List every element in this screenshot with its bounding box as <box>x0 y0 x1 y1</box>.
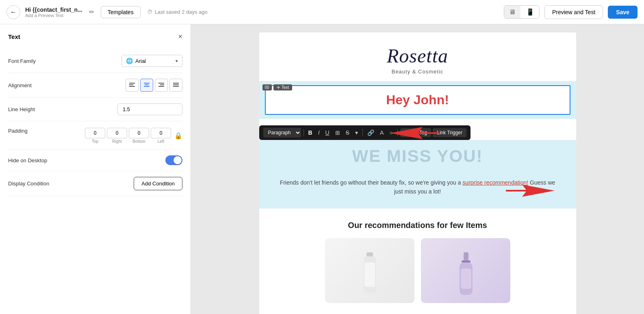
color-button[interactable]: A <box>378 128 386 137</box>
main-layout: Text × Font Family 🌐 Arial ▾ Alignment <box>0 24 644 314</box>
recommendations-title: Our recommendations for few Items <box>267 221 568 230</box>
toolbar-separator-2 <box>362 129 363 136</box>
padding-controls: Top Right Bottom Left 🔒 <box>85 128 182 144</box>
toggle-thumb <box>173 156 182 164</box>
body-text-part1: Friends don't let friends go without the… <box>280 179 463 186</box>
hide-desktop-row: Hide on Desktop <box>8 150 182 171</box>
svg-rect-13 <box>173 84 179 85</box>
padding-row: Padding Top Right Bottom <box>8 121 182 150</box>
top-bar: ← Hi {{contact_first_n... Add a Preview … <box>0 0 644 24</box>
email-canvas: Rosetta Beauty & Cosmetic 00 ✛ Text Hey … <box>259 32 576 314</box>
merge-tag-button[interactable]: Merge Tag <box>400 128 431 137</box>
email-header: Rosetta Beauty & Cosmetic <box>259 32 576 81</box>
save-status: ⏱ Last saved 2 days ago <box>147 9 208 15</box>
svg-rect-24 <box>461 269 471 289</box>
back-icon: ← <box>10 9 17 16</box>
svg-rect-1 <box>129 84 133 85</box>
padding-bottom-wrap: Bottom <box>129 128 149 144</box>
padding-right-input[interactable] <box>107 128 127 138</box>
strikethrough-chevron[interactable]: ▾ <box>353 128 360 137</box>
mobile-icon: 📱 <box>526 9 534 15</box>
back-button[interactable]: ← <box>7 5 20 19</box>
svg-rect-0 <box>129 83 135 84</box>
svg-rect-2 <box>129 86 135 87</box>
font-family-select[interactable]: 🌐 Arial ▾ <box>121 55 182 67</box>
mobile-view-button[interactable]: 📱 <box>521 6 539 18</box>
padding-top-label: Top <box>92 139 98 144</box>
svg-rect-4 <box>144 83 150 84</box>
desktop-view-button[interactable]: 🖥 <box>504 6 520 18</box>
svg-rect-6 <box>144 86 150 87</box>
close-panel-button[interactable]: × <box>178 32 182 41</box>
align-justify-button[interactable] <box>169 79 182 92</box>
padding-top-input[interactable] <box>85 128 105 138</box>
text-block-wrapper[interactable]: 00 ✛ Text Hey John! Paragraph <box>259 81 576 119</box>
lock-icon: 🔒 <box>174 132 182 139</box>
svg-rect-14 <box>173 86 179 87</box>
panel-title: Text <box>8 33 20 40</box>
padding-left-wrap: Left <box>151 128 171 144</box>
svg-rect-21 <box>464 252 468 260</box>
padding-lock-button[interactable]: 🔒 <box>174 132 182 140</box>
svg-rect-20 <box>364 262 375 287</box>
we-miss-you-text: WE MISS YOU! <box>267 146 568 166</box>
brand-tagline: Beauty & Cosmetic <box>267 69 568 75</box>
padding-left-input[interactable] <box>151 128 171 138</box>
hey-john-text: Hey John! <box>274 92 562 108</box>
hide-desktop-toggle[interactable] <box>165 155 182 165</box>
edit-title-button[interactable]: ✏ <box>87 6 96 17</box>
block-type-label: Text <box>282 85 289 90</box>
italic-button[interactable]: I <box>316 128 322 137</box>
format-toolbar: Paragraph B I U ⊞ S ▾ 🔗 A ○ Merge Tag Li… <box>259 125 471 140</box>
clock-icon: ⏱ <box>147 9 152 15</box>
panel-header: Text × <box>8 32 182 41</box>
padding-top-wrap: Top <box>85 128 105 144</box>
bold-button[interactable]: B <box>306 128 314 137</box>
svg-rect-10 <box>158 86 164 87</box>
padding-left-label: Left <box>158 139 165 144</box>
canvas-area: Rosetta Beauty & Cosmetic 00 ✛ Text Hey … <box>191 24 644 314</box>
save-status-text: Last saved 2 days ago <box>155 9 208 15</box>
text-content-box[interactable]: Hey John! <box>265 85 570 115</box>
table-button[interactable]: ⊞ <box>333 128 342 137</box>
font-family-label: Font Family <box>8 58 36 64</box>
block-move-badge: ✛ Text <box>273 84 292 90</box>
align-right-button[interactable] <box>155 79 168 92</box>
svg-rect-18 <box>366 252 373 256</box>
line-height-label: Line Height <box>8 106 35 112</box>
body-link[interactable]: surprise recommendation! <box>462 179 528 186</box>
templates-button[interactable]: Templates <box>101 6 141 18</box>
align-center-button[interactable] <box>140 79 153 92</box>
font-name-value: Arial <box>135 58 173 64</box>
padding-label: Padding <box>8 128 28 134</box>
font-family-row: Font Family 🌐 Arial ▾ <box>8 49 182 73</box>
strikethrough-button[interactable]: S <box>344 128 351 137</box>
alignment-label: Alignment <box>8 82 32 88</box>
edit-icon: ✏ <box>89 9 94 15</box>
hide-desktop-label: Hide on Desktop <box>8 157 47 163</box>
title-area: Hi {{contact_first_n... Add a Preview Te… <box>25 6 82 18</box>
preview-text-subtitle: Add a Preview Text <box>25 13 82 18</box>
line-height-row: Line Height 1.5 <box>8 98 182 121</box>
product-card-2 <box>421 238 510 303</box>
paragraph-select[interactable]: Paragraph <box>263 128 301 138</box>
device-toggle: 🖥 📱 <box>504 5 540 19</box>
product-row <box>267 238 568 303</box>
align-left-button[interactable] <box>126 79 139 92</box>
circle-button[interactable]: ○ <box>387 128 395 137</box>
recommendations-section: Our recommendations for few Items <box>259 209 576 314</box>
line-height-input[interactable]: 1.5 <box>117 103 182 115</box>
display-condition-row: Display Condition Add Condition <box>8 171 182 196</box>
padding-bottom-input[interactable] <box>129 128 149 138</box>
svg-rect-12 <box>173 83 179 84</box>
text-settings-panel: Text × Font Family 🌐 Arial ▾ Alignment <box>0 24 191 314</box>
block-number-badge: 00 <box>262 84 272 90</box>
alignment-controls <box>126 79 182 92</box>
preview-test-button[interactable]: Preview and Test <box>544 5 603 19</box>
toolbar-separator-1 <box>304 129 304 136</box>
save-button[interactable]: Save <box>608 6 637 19</box>
add-condition-button[interactable]: Add Condition <box>134 177 182 190</box>
link-trigger-button[interactable]: Link Trigger <box>433 128 466 137</box>
link-button[interactable]: 🔗 <box>365 128 376 137</box>
underline-button[interactable]: U <box>323 128 332 137</box>
